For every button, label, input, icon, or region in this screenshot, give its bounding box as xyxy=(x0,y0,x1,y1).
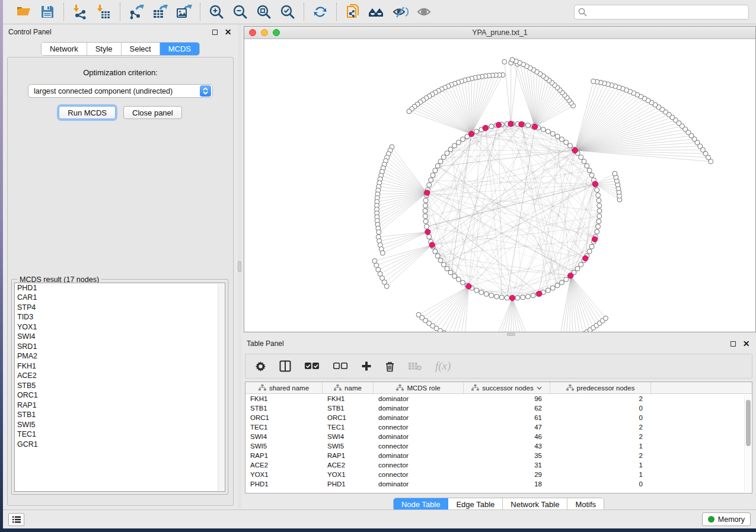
cell-successor-nodes: 43 xyxy=(464,443,550,450)
mcds-result-item[interactable]: RAP1 xyxy=(15,400,225,411)
function-builder-icon: f(x) xyxy=(435,360,451,373)
column-header-MCDS-role[interactable]: MCDS role xyxy=(374,382,464,393)
mcds-result-item[interactable]: TEC1 xyxy=(15,430,225,440)
mcds-result-item[interactable]: CAR1 xyxy=(15,293,225,303)
deselect-all-icon[interactable] xyxy=(333,362,348,370)
export-network-icon[interactable] xyxy=(126,2,146,21)
mcds-result-item[interactable]: SWI4 xyxy=(15,332,225,342)
run-mcds-button[interactable]: Run MCDS xyxy=(59,106,116,119)
mcds-result-item[interactable]: STP4 xyxy=(15,303,225,313)
cell-predecessor-nodes: 2 xyxy=(550,424,651,431)
mcds-result-item[interactable]: YOX1 xyxy=(15,322,225,332)
status-bar: Memory xyxy=(3,509,756,528)
tab-network-table[interactable]: Network Table xyxy=(503,498,567,511)
cell-MCDS-role: dominator xyxy=(374,395,464,402)
zoom-in-icon[interactable] xyxy=(206,2,227,21)
tab-edge-table[interactable]: Edge Table xyxy=(448,498,503,511)
memory-button[interactable]: Memory xyxy=(702,512,751,526)
search-network-icon[interactable] xyxy=(366,2,387,21)
select-all-icon[interactable] xyxy=(304,362,320,370)
create-column-icon[interactable] xyxy=(361,361,372,371)
zoom-fit-icon[interactable] xyxy=(254,2,274,21)
control-panel-tabs: NetworkStyleSelectMCDS xyxy=(3,42,238,56)
mcds-result-item[interactable]: TID3 xyxy=(15,313,225,323)
table-row[interactable]: RAP1RAP1dominator352 xyxy=(245,451,752,460)
table-row[interactable]: SWI5SWI5connector431 xyxy=(245,441,752,451)
mcds-result-list[interactable]: PHD1CAR1STP4TID3YOX1SWI4SRD1PMA2FKH1ACE2… xyxy=(14,283,225,492)
mcds-result-item[interactable]: SRD1 xyxy=(15,342,225,352)
control-panel-title: Control Panel xyxy=(8,28,206,36)
cell-name: RAP1 xyxy=(323,452,374,459)
column-header-shared-name[interactable]: shared name xyxy=(245,382,323,393)
tab-select[interactable]: Select xyxy=(122,43,160,55)
cell-name: SWI4 xyxy=(323,433,374,440)
open-session-icon[interactable] xyxy=(14,2,34,21)
float-panel-icon[interactable] xyxy=(729,339,738,348)
mcds-result-item[interactable]: STB5 xyxy=(15,381,225,391)
column-layout-icon[interactable] xyxy=(279,360,291,372)
apply-layout-icon[interactable] xyxy=(310,2,330,21)
delete-column-icon[interactable] xyxy=(385,361,395,372)
mcds-result-item[interactable]: SWI5 xyxy=(15,420,225,430)
tab-motifs[interactable]: Motifs xyxy=(567,498,604,511)
table-row[interactable]: PHD1PHD1dominator180 xyxy=(245,479,752,489)
save-session-icon[interactable] xyxy=(37,2,58,21)
table-row[interactable]: STB1STB1dominator620 xyxy=(245,403,752,413)
cell-predecessor-nodes: 2 xyxy=(550,395,651,402)
cell-successor-nodes: 29 xyxy=(464,471,550,478)
export-table-icon[interactable] xyxy=(150,2,170,21)
cell-shared-name: RAP1 xyxy=(245,452,323,459)
table-row[interactable]: ACE2ACE2connector311 xyxy=(245,460,752,470)
memory-label: Memory xyxy=(718,515,745,524)
export-image-icon[interactable] xyxy=(174,2,194,21)
zoom-selected-icon[interactable] xyxy=(277,2,298,21)
close-panel-icon[interactable]: ✕ xyxy=(742,339,751,348)
import-table-icon[interactable] xyxy=(94,2,114,21)
criterion-dropdown[interactable]: largest connected component (undirected) xyxy=(28,84,213,98)
node-table[interactable]: shared namenameMCDS rolesuccessor nodesp… xyxy=(245,382,752,493)
control-panel-header: Control Panel ✕ xyxy=(3,24,238,40)
mcds-result-group: MCDS result (17 nodes) PHD1CAR1STP4TID3Y… xyxy=(11,275,228,495)
tab-node-table[interactable]: Node Table xyxy=(394,498,449,511)
network-file-icon[interactable] xyxy=(343,2,363,21)
close-panel-button[interactable]: Close panel xyxy=(123,106,182,119)
mcds-result-item[interactable]: PHD1 xyxy=(15,283,225,293)
column-header-successor-nodes[interactable]: successor nodes xyxy=(464,382,550,393)
cell-MCDS-role: dominator xyxy=(374,414,464,421)
mcds-result-item[interactable]: FKH1 xyxy=(15,361,225,371)
tab-mcds[interactable]: MCDS xyxy=(160,43,199,55)
hide-graphics-details-icon[interactable] xyxy=(390,2,410,21)
cell-shared-name: ORC1 xyxy=(245,414,323,421)
network-window-titlebar[interactable]: YPA_prune.txt_1 xyxy=(244,27,755,39)
import-network-icon[interactable] xyxy=(70,2,90,21)
tab-network[interactable]: Network xyxy=(42,43,87,55)
dropdown-stepper-icon xyxy=(200,85,211,97)
zoom-out-icon[interactable] xyxy=(230,2,250,21)
table-row[interactable]: FKH1FKH1dominator962 xyxy=(245,394,752,403)
tab-style[interactable]: Style xyxy=(87,43,122,55)
search-input[interactable] xyxy=(574,5,749,20)
table-row[interactable]: SWI4SWI4dominator462 xyxy=(245,432,752,441)
table-settings-icon[interactable] xyxy=(255,361,266,372)
show-graphics-details-icon[interactable] xyxy=(414,2,434,21)
mcds-result-item[interactable]: GCR1 xyxy=(15,440,225,450)
control-panel: Control Panel ✕ NetworkStyleSelectMCDS O… xyxy=(3,24,238,509)
search-icon xyxy=(578,8,587,19)
table-scrollbar[interactable] xyxy=(744,395,751,492)
mcds-list-scrollbar[interactable] xyxy=(218,284,224,491)
table-row[interactable]: YOX1YOX1connector291 xyxy=(245,470,752,479)
table-row[interactable]: ORC1ORC1dominator610 xyxy=(245,413,752,422)
float-panel-icon[interactable] xyxy=(210,28,219,37)
column-header-predecessor-nodes[interactable]: predecessor nodes xyxy=(550,382,651,393)
mcds-result-item[interactable]: PMA2 xyxy=(15,352,225,362)
table-row[interactable]: TEC1TEC1connector472 xyxy=(245,422,752,432)
column-header-name[interactable]: name xyxy=(323,382,374,393)
mcds-result-item[interactable]: ACE2 xyxy=(15,371,225,382)
scrollbar-thumb[interactable] xyxy=(746,400,751,446)
cell-predecessor-nodes: 2 xyxy=(550,433,651,440)
mcds-result-item[interactable]: ORC1 xyxy=(15,391,225,401)
network-graph[interactable] xyxy=(244,39,755,332)
mcds-result-item[interactable]: STB1 xyxy=(15,411,225,421)
task-history-button[interactable] xyxy=(8,513,24,526)
close-panel-icon[interactable]: ✕ xyxy=(224,28,232,37)
